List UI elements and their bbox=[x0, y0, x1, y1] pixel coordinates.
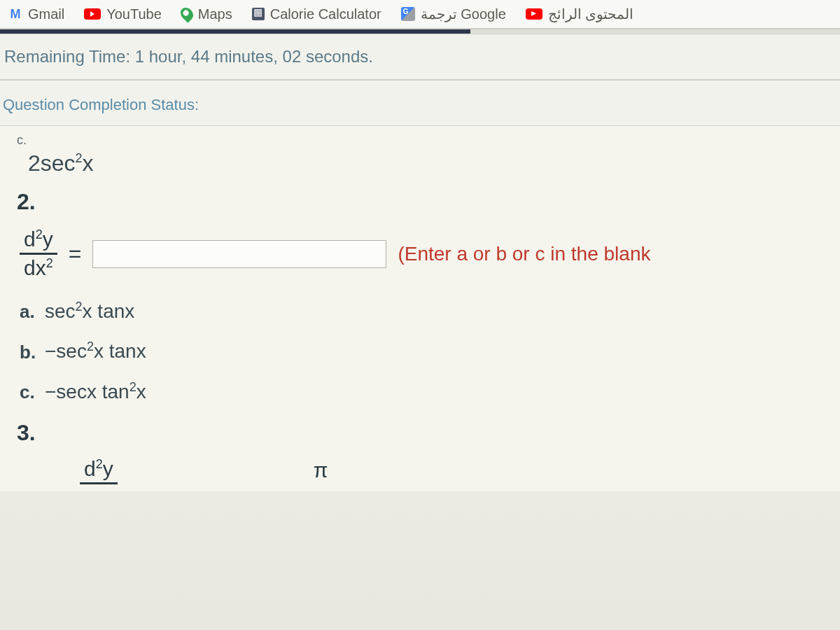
option-letter: a. bbox=[20, 301, 39, 323]
bookmark-maps[interactable]: Maps bbox=[181, 6, 232, 22]
trending-icon bbox=[526, 8, 542, 20]
option-math: sec2x tanx bbox=[45, 300, 134, 323]
bookmark-label: Maps bbox=[198, 6, 232, 22]
bookmark-label: YouTube bbox=[106, 6, 162, 22]
option-math: −secx tan2x bbox=[45, 380, 146, 403]
maps-icon bbox=[178, 5, 195, 22]
options-list: a. sec2x tanx b. −sec2x tanx c. −secx ta… bbox=[20, 300, 823, 403]
option-a: a. sec2x tanx bbox=[20, 300, 823, 323]
equation-row: d2y dx2 = (Enter a or b or c in the blan… bbox=[20, 227, 823, 280]
bookmark-youtube[interactable]: YouTube bbox=[84, 6, 162, 22]
progress-fill bbox=[0, 29, 470, 34]
bookmark-label: Gmail bbox=[28, 6, 64, 22]
prev-option-letter: c. bbox=[17, 133, 823, 148]
previous-answer: 2sec2x bbox=[28, 150, 823, 176]
gmail-icon bbox=[8, 7, 22, 21]
fraction-numerator: d2y bbox=[80, 457, 118, 484]
fraction-denominator: dx2 bbox=[24, 255, 53, 280]
youtube-icon bbox=[84, 8, 101, 20]
completion-status-label: Question Completion Status: bbox=[0, 96, 840, 114]
equals-sign: = bbox=[69, 241, 82, 267]
bookmark-google-translate[interactable]: ترجمة Google bbox=[401, 6, 506, 22]
bookmarks-bar: Gmail YouTube Maps Calorie Calculator تر… bbox=[0, 0, 840, 29]
fraction-numerator: d2y bbox=[20, 227, 57, 255]
bookmark-label: المحتوى الرائج bbox=[548, 6, 634, 22]
bookmark-trending[interactable]: المحتوى الرائج bbox=[526, 6, 634, 22]
answer-input[interactable] bbox=[92, 240, 386, 268]
question-number: 2. bbox=[17, 189, 823, 215]
remaining-time-label: Remaining Time: 1 hour, 44 minutes, 02 s… bbox=[0, 47, 840, 66]
calculator-icon bbox=[252, 8, 265, 20]
status-section: Question Completion Status: bbox=[0, 80, 840, 126]
progress-area bbox=[0, 29, 840, 34]
timer-section: Remaining Time: 1 hour, 44 minutes, 02 s… bbox=[0, 34, 840, 80]
option-b: b. −sec2x tanx bbox=[20, 340, 823, 363]
derivative-fraction: d2y dx2 bbox=[20, 227, 57, 280]
next-question-number: 3. bbox=[17, 420, 823, 446]
hint-text: (Enter a or b or c in the blank bbox=[398, 243, 650, 265]
next-equation-row: d2y π bbox=[17, 457, 823, 484]
option-letter: c. bbox=[20, 382, 39, 403]
progress-bar bbox=[0, 29, 840, 34]
next-derivative-fraction: d2y bbox=[80, 457, 118, 484]
bookmark-label: ترجمة Google bbox=[421, 6, 506, 22]
option-letter: b. bbox=[20, 342, 39, 363]
question-area: c. 2sec2x 2. d2y dx2 = (Enter a or b or … bbox=[0, 126, 840, 491]
translate-icon bbox=[401, 7, 415, 21]
bookmark-gmail[interactable]: Gmail bbox=[8, 6, 64, 22]
bookmark-label: Calorie Calculator bbox=[270, 6, 382, 22]
bookmark-calorie-calculator[interactable]: Calorie Calculator bbox=[252, 6, 382, 22]
option-math: −sec2x tanx bbox=[45, 340, 146, 363]
option-c: c. −secx tan2x bbox=[20, 380, 823, 403]
pi-symbol: π bbox=[314, 458, 328, 482]
